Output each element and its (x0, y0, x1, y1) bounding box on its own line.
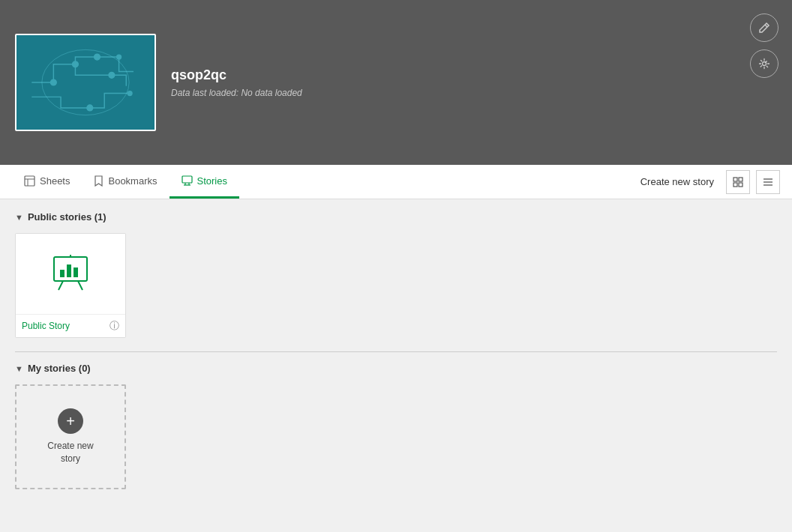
app-header: qsop2qc Data last loaded: No data loaded (0, 0, 792, 165)
bookmark-icon (94, 175, 104, 187)
my-stories-label: My stories (0) (28, 363, 91, 374)
my-stories-chevron: ▼ (15, 364, 23, 373)
svg-rect-10 (25, 176, 34, 186)
tab-bookmarks[interactable]: Bookmarks (82, 165, 169, 199)
public-stories-section-header[interactable]: ▼ Public stories (1) (15, 211, 777, 223)
grid-view-button[interactable] (726, 170, 750, 194)
svg-line-28 (58, 281, 63, 290)
app-info: qsop2qc Data last loaded: No data loaded (171, 67, 302, 98)
section-divider (15, 351, 777, 352)
svg-rect-17 (734, 178, 737, 181)
app-subtitle: Data last loaded: No data loaded (171, 88, 302, 98)
create-new-story-card[interactable]: + Create newstory (15, 384, 126, 489)
story-card-thumbnail (16, 234, 125, 314)
svg-point-5 (87, 105, 93, 111)
svg-point-7 (128, 91, 132, 96)
svg-line-29 (78, 281, 82, 290)
add-icon: + (58, 408, 83, 434)
stories-icon (182, 175, 193, 186)
svg-point-3 (94, 54, 100, 60)
story-card-footer: Public Story ⓘ (16, 314, 125, 337)
svg-rect-27 (74, 267, 78, 277)
edit-button[interactable] (750, 13, 778, 42)
public-stories-cards: Public Story ⓘ (15, 233, 777, 338)
info-icon[interactable]: ⓘ (110, 319, 119, 333)
tab-sheets[interactable]: Sheets (12, 165, 82, 199)
svg-point-4 (109, 72, 115, 78)
svg-rect-13 (182, 176, 192, 183)
create-new-story-button[interactable]: Create new story (634, 173, 720, 190)
svg-rect-20 (739, 183, 742, 187)
story-presentation-icon (48, 253, 93, 294)
settings-button[interactable] (750, 49, 778, 78)
public-stories-chevron: ▼ (15, 213, 23, 222)
edit-icon (758, 22, 770, 34)
svg-point-2 (73, 61, 79, 67)
grid-view-icon (733, 177, 743, 187)
story-card-name: Public Story (22, 321, 70, 331)
sheets-icon (24, 175, 35, 187)
list-view-button[interactable] (756, 170, 780, 194)
main-content: ▼ Public stories (1) (0, 199, 792, 532)
sheets-tab-label: Sheets (40, 175, 70, 187)
svg-rect-18 (739, 178, 742, 181)
app-title: qsop2qc (171, 67, 302, 83)
nav-right: Create new story (634, 170, 780, 194)
svg-rect-19 (734, 183, 737, 187)
svg-rect-25 (60, 270, 64, 277)
app-thumbnail (15, 34, 156, 131)
svg-rect-26 (67, 265, 71, 277)
gear-icon (758, 58, 770, 70)
header-actions (750, 13, 778, 78)
my-stories-cards: + Create newstory (15, 384, 777, 489)
tab-stories[interactable]: Stories (170, 165, 239, 199)
public-stories-label: Public stories (1) (28, 211, 106, 223)
svg-point-6 (117, 55, 122, 59)
my-stories-section-header[interactable]: ▼ My stories (0) (15, 363, 777, 374)
create-new-story-label: Create newstory (47, 440, 93, 465)
svg-point-1 (50, 79, 56, 85)
story-card-public[interactable]: Public Story ⓘ (15, 233, 126, 338)
bookmarks-tab-label: Bookmarks (108, 175, 157, 187)
stories-tab-label: Stories (197, 175, 227, 187)
nav-tabs: Sheets Bookmarks Stories Create new stor… (0, 165, 792, 199)
list-view-icon (763, 177, 773, 187)
